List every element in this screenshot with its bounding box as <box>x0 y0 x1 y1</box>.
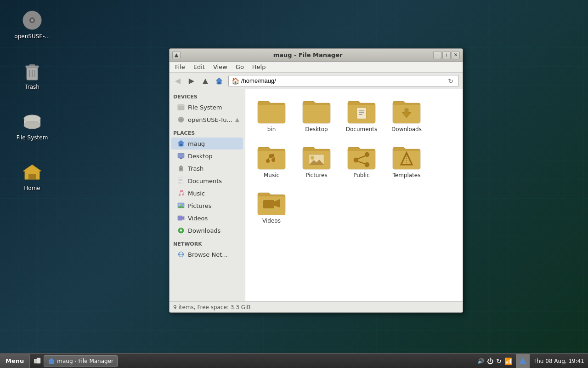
volume-tray-icon[interactable]: 🔊 <box>477 358 484 364</box>
documents-sidebar-label: Documents <box>188 178 222 184</box>
taskbar-clock: Thu 08 Aug, 19:41 <box>533 358 584 364</box>
network-tray-icon[interactable]: 📶 <box>504 357 512 365</box>
filesystem-sidebar-label: File System <box>188 104 239 111</box>
file-label-downloads: Downloads <box>391 126 422 133</box>
svg-rect-24 <box>180 144 182 146</box>
window-pin-button[interactable]: ▲ <box>172 51 181 59</box>
folder-svg-downloads <box>392 98 421 124</box>
file-label-music: Music <box>264 172 279 179</box>
file-label-templates: Templates <box>392 172 420 179</box>
menubar: File Edit View Go Help <box>170 62 463 73</box>
taskbar: Menu maug - File Manager 🔊 ⏻ ↻ 📶 <box>0 353 588 368</box>
svg-point-71 <box>365 162 369 167</box>
desktop-icon-home[interactable]: Home <box>14 161 51 191</box>
forward-button[interactable]: ▶ <box>185 75 198 87</box>
back-button[interactable]: ◀ <box>171 75 184 87</box>
svg-rect-19 <box>178 104 184 106</box>
sidebar-item-documents[interactable]: Documents <box>171 175 243 187</box>
menu-help[interactable]: Help <box>249 63 270 71</box>
window-maximize-button[interactable]: + <box>442 51 451 59</box>
sidebar-item-filesystem[interactable]: File System <box>171 101 243 113</box>
downloads-sidebar-icon <box>177 226 185 235</box>
svg-rect-27 <box>179 159 183 159</box>
svg-rect-6 <box>29 64 35 66</box>
window-minimize-button[interactable]: ─ <box>433 51 441 59</box>
power-tray-icon[interactable]: ⏻ <box>487 357 493 365</box>
menu-edit[interactable]: Edit <box>190 63 209 71</box>
eject-icon[interactable]: ▲ <box>235 116 239 123</box>
svg-rect-26 <box>180 158 182 159</box>
status-text: 9 items, Free space: 3.3 GiB <box>173 304 251 310</box>
up-button[interactable]: ▲ <box>199 75 212 87</box>
file-item-music[interactable]: Music <box>251 141 292 183</box>
refresh-tray-icon[interactable]: ↻ <box>496 357 502 365</box>
folder-svg-pictures <box>302 144 331 170</box>
window-close-button[interactable]: ✕ <box>452 51 460 59</box>
taskbar-app-filemanager[interactable]: maug - File Manager <box>44 355 118 367</box>
trash-icon <box>21 60 43 82</box>
address-input[interactable] <box>241 77 444 84</box>
window-titlebar: ▲ maug - File Manager ─ + ✕ <box>170 49 463 62</box>
svg-rect-81 <box>37 358 40 363</box>
file-manager-window: ▲ maug - File Manager ─ + ✕ File Edit Vi… <box>169 48 463 313</box>
desktop-icon-opensuse[interactable]: openSUSE-... <box>14 9 51 40</box>
svg-rect-51 <box>303 105 330 123</box>
drive-icon <box>21 110 43 132</box>
file-label-desktop: Desktop <box>305 126 328 133</box>
home-label: Home <box>24 185 40 191</box>
file-item-templates[interactable]: Templates <box>386 141 427 183</box>
menu-go[interactable]: Go <box>232 63 248 71</box>
file-item-documents[interactable]: Documents <box>341 95 382 137</box>
svg-point-66 <box>311 156 314 160</box>
taskbar-files-icon[interactable] <box>32 356 43 367</box>
svg-rect-45 <box>178 216 182 220</box>
pictures-sidebar-label: Pictures <box>188 202 211 209</box>
folder-svg-music <box>257 144 286 170</box>
sidebar-item-desktop[interactable]: Desktop <box>171 150 243 162</box>
menu-file[interactable]: File <box>171 63 189 71</box>
sidebar-item-browse-net[interactable]: Browse Net... <box>171 248 243 260</box>
svg-rect-78 <box>263 200 274 208</box>
filesystem-label: File System <box>17 134 48 141</box>
downloads-sidebar-label: Downloads <box>188 227 220 234</box>
notification-area-icon[interactable] <box>516 354 530 368</box>
file-item-desktop[interactable]: Desktop <box>296 95 337 137</box>
home-folder-icon <box>21 161 43 183</box>
menu-view[interactable]: View <box>209 63 231 71</box>
sidebar-item-music[interactable]: Music <box>171 187 243 199</box>
browse-net-label: Browse Net... <box>188 251 228 258</box>
opensuse-sidebar-label: openSUSE-Tu... <box>188 116 235 123</box>
svg-rect-29 <box>179 167 183 167</box>
maug-icon <box>177 139 185 148</box>
taskbar-menu-button[interactable]: Menu <box>0 354 30 368</box>
file-label-public: Public <box>353 172 370 179</box>
file-label-videos: Videos <box>262 218 281 225</box>
file-item-downloads[interactable]: Downloads <box>386 95 427 137</box>
window-controls: ─ + ✕ <box>433 51 460 59</box>
svg-marker-82 <box>48 358 55 364</box>
taskbar-app-label: maug - File Manager <box>57 358 113 364</box>
folder-svg-desktop <box>302 98 331 124</box>
reload-button[interactable]: ↻ <box>446 76 456 86</box>
address-bar: 🏠 ↻ <box>228 75 459 87</box>
file-item-videos[interactable]: Videos <box>251 186 292 229</box>
svg-point-22 <box>181 119 181 120</box>
sidebar-item-maug[interactable]: maug <box>171 138 243 150</box>
opensuse-label: openSUSE-... <box>14 33 50 40</box>
trash-sidebar-label: Trash <box>188 165 204 172</box>
sidebar-item-opensuse[interactable]: openSUSE-Tu... ▲ <box>171 114 243 126</box>
sidebar-item-downloads[interactable]: Downloads <box>171 224 243 236</box>
folder-svg-videos <box>257 190 286 216</box>
file-item-bin[interactable]: bin <box>251 95 292 137</box>
desktop-icon-trash[interactable]: Trash <box>14 60 51 90</box>
desktop-icon-filesystem[interactable]: File System <box>14 110 51 141</box>
file-item-pictures[interactable]: Pictures <box>296 141 337 183</box>
sidebar-item-pictures[interactable]: Pictures <box>171 200 243 212</box>
home-button[interactable] <box>213 75 226 87</box>
sidebar-item-trash[interactable]: Trash <box>171 162 243 174</box>
svg-point-43 <box>179 204 181 206</box>
file-item-public[interactable]: Public <box>341 141 382 183</box>
file-label-documents: Documents <box>346 126 377 133</box>
trash-sidebar-icon <box>177 164 185 172</box>
sidebar-item-videos[interactable]: Videos <box>171 212 243 224</box>
